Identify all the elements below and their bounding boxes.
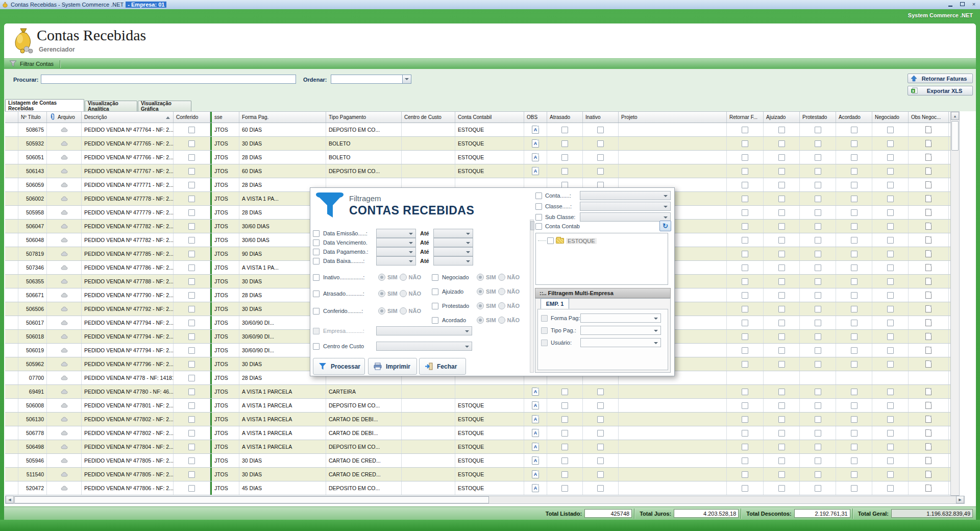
obs-negociacao-icon[interactable] [925,236,932,244]
obs-negociacao-icon[interactable] [925,333,932,340]
flag-checkbox[interactable] [742,416,748,423]
obs-note-icon[interactable]: A [532,470,539,478]
conferido-checkbox[interactable] [188,389,195,395]
flag-checkbox[interactable] [887,237,894,244]
column-header-Atrasado[interactable]: Atrasado [547,112,583,123]
column-header-Inativo[interactable]: Inativo [583,112,619,123]
flag-checkbox[interactable] [851,416,857,423]
flag-checkbox[interactable] [778,168,785,175]
table-row[interactable]: 520472PEDIDO VENDA Nº 477806 - NF: 2...J… [5,481,950,495]
conta-contab-checkbox[interactable] [535,223,542,230]
flag-checkbox[interactable] [887,347,894,354]
table-row[interactable]: 506051PEDIDO VENDA Nº 477766 - NF: 2...J… [5,151,950,164]
obs-negociacao-icon[interactable] [925,250,932,257]
flag-checkbox[interactable] [815,237,821,244]
flag-checkbox[interactable] [887,154,894,161]
obs-negociacao-icon[interactable] [925,264,932,271]
column-header-OBS[interactable]: OBS [524,112,547,123]
dialog-splitter[interactable] [530,220,534,373]
toggle-checkbox[interactable] [313,274,320,281]
empresa-checkbox[interactable] [313,328,320,334]
flag-checkbox[interactable] [778,361,785,368]
obs-negociacao-icon[interactable] [925,388,932,395]
radio-sim[interactable] [378,290,385,297]
flag-checkbox[interactable] [597,402,604,409]
radio-nao[interactable] [498,288,505,295]
emp-select[interactable] [580,326,661,335]
table-row[interactable]: 506778PEDIDO VENDA Nº 477802 - NF: 2...J… [5,426,950,440]
radio-nao[interactable] [400,274,407,281]
conferido-checkbox[interactable] [188,375,195,381]
flag-checkbox[interactable] [597,430,604,437]
flag-checkbox[interactable] [851,457,857,464]
flag-checkbox[interactable] [742,251,748,257]
chevron-down-icon[interactable] [403,75,411,84]
flag-checkbox[interactable] [742,444,748,450]
flag-checkbox[interactable] [778,196,785,202]
minimize-button[interactable] [947,1,954,8]
flag-checkbox[interactable] [851,430,857,437]
conferido-checkbox[interactable] [188,237,195,244]
flag-checkbox[interactable] [742,209,748,216]
conferido-checkbox[interactable] [188,430,195,437]
conferido-checkbox[interactable] [188,471,195,478]
flag-checkbox[interactable] [778,127,785,133]
flag-checkbox[interactable] [851,196,857,202]
column-header-Arquivo[interactable]: Arquivo [47,112,82,123]
table-row[interactable]: 505946PEDIDO VENDA Nº 477805 - NF: 2...J… [5,454,950,468]
column-header-Nº Título[interactable]: Nº Título [18,112,47,123]
flag-checkbox[interactable] [815,306,821,312]
flag-checkbox[interactable] [887,278,894,285]
flag-checkbox[interactable] [778,182,785,188]
table-row[interactable]: 505932PEDIDO VENDA Nº 477765 - NF: 2...J… [5,137,950,151]
flag-checkbox[interactable] [851,471,857,478]
flag-checkbox[interactable] [561,444,568,450]
tab-3[interactable]: Visualização Gráfica [138,101,191,111]
tab-2[interactable]: Visualização Analítica [85,101,137,111]
obs-negociacao-icon[interactable] [925,278,932,285]
flag-checkbox[interactable] [778,471,785,478]
obs-negociacao-icon[interactable] [925,443,932,450]
flag-checkbox[interactable] [597,457,604,464]
flag-checkbox[interactable] [815,223,821,230]
obs-note-icon[interactable]: A [532,429,539,437]
flag-checkbox[interactable] [887,196,894,202]
flag-checkbox[interactable] [851,485,857,492]
column-header-Projeto[interactable]: Projeto [619,112,727,123]
flag-checkbox[interactable] [778,333,785,340]
conferido-checkbox[interactable] [188,278,195,285]
flag-checkbox[interactable] [815,320,821,326]
obs-negociacao-icon[interactable] [925,416,932,423]
flag-checkbox[interactable] [887,430,894,437]
obs-negociacao-icon[interactable] [925,429,932,437]
flag-checkbox[interactable] [815,278,821,285]
radio-sim[interactable] [477,302,484,309]
conferido-checkbox[interactable] [188,127,195,133]
flag-checkbox[interactable] [778,320,785,326]
flag-checkbox[interactable] [778,457,785,464]
flag-checkbox[interactable] [742,457,748,464]
horizontal-scroll-thumb[interactable] [14,496,489,503]
date-from-select[interactable] [376,238,416,247]
column-header-Centro de Custo[interactable]: Centro de Custo [402,112,455,123]
flag-checkbox[interactable] [815,264,821,271]
flag-checkbox[interactable] [815,485,821,492]
obs-note-icon[interactable]: A [532,456,539,465]
emp-checkbox[interactable] [541,340,548,346]
obs-negociacao-icon[interactable] [925,181,932,188]
flag-checkbox[interactable] [815,347,821,354]
flag-checkbox[interactable] [887,182,894,188]
obs-note-icon[interactable]: A [532,443,539,451]
flag-checkbox[interactable] [742,361,748,368]
flag-checkbox[interactable] [815,292,821,299]
toggle-checkbox[interactable] [313,308,320,315]
flag-checkbox[interactable] [851,127,857,133]
conferido-checkbox[interactable] [188,457,195,464]
flag-checkbox[interactable] [778,444,785,450]
flag-checkbox[interactable] [742,402,748,409]
flag-checkbox[interactable] [815,444,821,450]
tree-item-checkbox[interactable] [547,237,554,244]
table-row[interactable]: 69491PEDIDO VENDA Nº 47780 - NF: 46...JT… [5,385,950,399]
side-checkbox[interactable] [535,192,542,199]
side-checkbox[interactable] [535,214,542,221]
